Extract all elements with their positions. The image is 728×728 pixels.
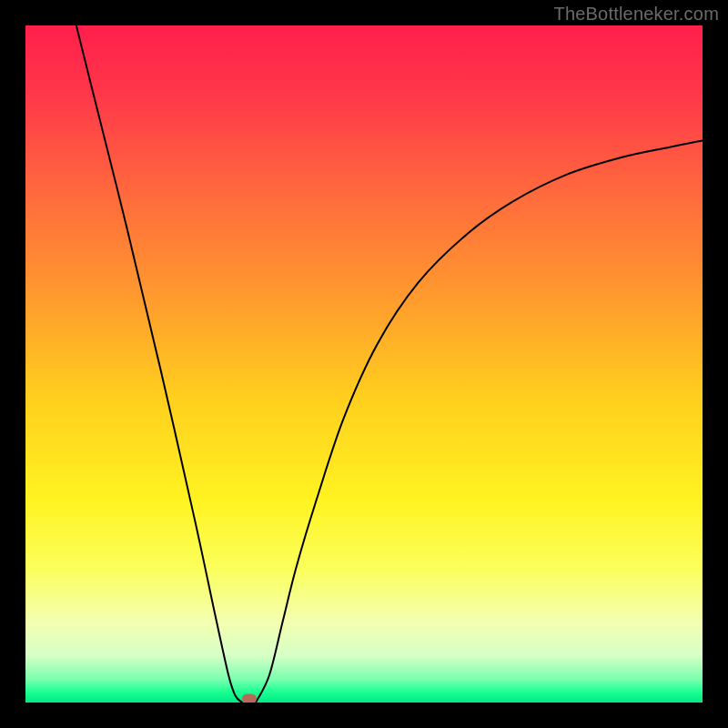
chart-frame: TheBottleneker.com <box>0 0 728 728</box>
optimum-marker <box>242 694 257 703</box>
bottleneck-curve <box>25 25 703 703</box>
curve-right-branch <box>256 140 703 703</box>
plot-area <box>25 25 703 703</box>
curve-left-branch <box>76 25 242 703</box>
watermark-text: TheBottleneker.com <box>554 4 719 25</box>
